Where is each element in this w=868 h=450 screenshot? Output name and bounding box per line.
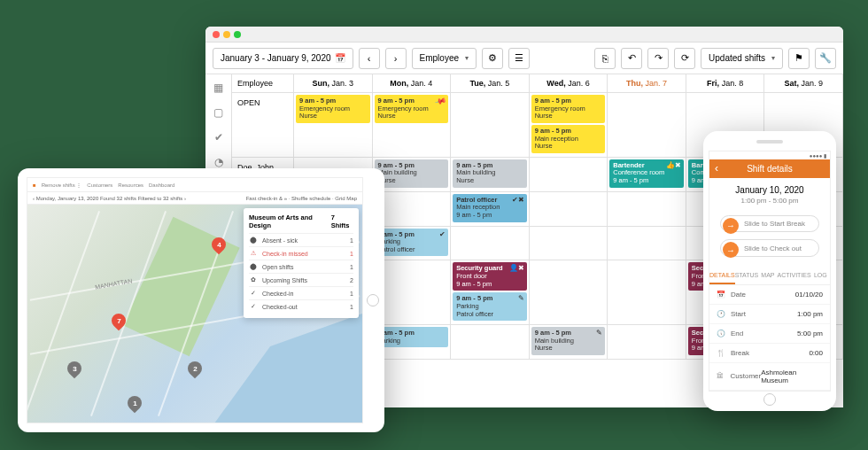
popup-row[interactable]: ⬤Absent - sick1 (249, 233, 353, 246)
col-sun: Sun, Jan. 3 (294, 74, 373, 92)
shift[interactable]: 👍✖BartenderConference room9 am - 5 pm (609, 159, 684, 188)
edit-icon: ✎ (518, 294, 524, 302)
col-tue: Tue, Jan. 5 (451, 74, 530, 92)
min-dot[interactable] (223, 31, 230, 38)
detail-row: 🏛CustomerAshmolean Museum (709, 363, 830, 391)
window-chrome (205, 27, 843, 43)
close-dot[interactable] (213, 31, 220, 38)
slide-start-break[interactable]: →Slide to Start Break (720, 215, 819, 233)
shift[interactable]: 9 am - 5 pmMain buildingNurse (375, 159, 449, 188)
col-sat: Sat, Jan. 9 (764, 74, 843, 92)
date-range-picker[interactable]: January 3 - January 9, 2020📅 (213, 48, 353, 69)
phone-tabs: DETAILSSTATUSMAPACTIVITIESLOG (709, 268, 830, 285)
prev-week-button[interactable]: ‹ (359, 48, 380, 69)
tablet-device: ■ Remove shifts ⋮ Customers Resources Da… (18, 168, 384, 432)
check-icon: ✔ (439, 230, 446, 238)
map-pin[interactable]: 1 (125, 393, 145, 414)
filter-select[interactable]: Updated shifts (701, 48, 783, 69)
col-thu: Thu, Jan. 7 (608, 74, 686, 92)
map-pin[interactable]: 7 (108, 311, 128, 331)
copy-icon[interactable]: ⎘ (594, 48, 616, 69)
shift[interactable]: 9 am - 5 pmParking (375, 327, 449, 347)
wrench-icon[interactable]: 🔧 (815, 48, 836, 69)
shift[interactable]: 9 am - 5 pmMain receptionNurse (531, 125, 606, 153)
tablet-subbar: ‹ Monday, January 13, 2020 Found 32 shif… (27, 192, 362, 205)
col-employee: Employee (232, 74, 294, 92)
shift-date: January 10, 2020 (709, 178, 830, 197)
view-by-select[interactable]: Employee (412, 48, 477, 69)
gear-icon[interactable]: ⚙ (482, 48, 503, 69)
col-wed: Wed, Jan. 6 (530, 74, 608, 92)
tab-activities[interactable]: ACTIVITIES (778, 268, 811, 284)
tab-status[interactable]: STATUS (735, 268, 759, 284)
col-mon: Mon, Jan. 4 (373, 74, 452, 92)
redo-icon[interactable]: ↷ (647, 48, 669, 69)
tab-log[interactable]: LOG (811, 268, 830, 284)
shift[interactable]: 9 am - 5 pmEmergency roomNurse (531, 95, 606, 123)
shift[interactable]: ✎9 am - 5 pmParkingPatrol officer (453, 292, 527, 321)
popup-row[interactable]: ⬤Open shifts1 (249, 260, 353, 273)
shift[interactable]: 👤✖Security guardFront door9 am - 5 pm (453, 262, 527, 291)
max-dot[interactable] (234, 31, 241, 38)
list-icon[interactable]: ☰ (508, 48, 530, 69)
shift[interactable]: ✔✖Patrol officerMain reception9 am - 5 p… (453, 194, 527, 222)
map-pin[interactable]: 2 (185, 359, 205, 379)
col-fri: Fri, Jan. 8 (686, 74, 765, 92)
slide-check-out[interactable]: →Slide to Check out (720, 239, 819, 257)
shift[interactable]: 9 am - 5 pmMain buildingNurse (453, 159, 527, 188)
home-button[interactable] (367, 294, 379, 306)
detail-row: 🕔End5:00 pm (709, 324, 830, 344)
shift[interactable]: ✔9 am - 5 pmParkingPatrol officer (375, 229, 449, 257)
approve-icon[interactable]: ✔ (214, 131, 223, 144)
popup-row[interactable]: ✿Upcoming Shifts2 (249, 273, 353, 286)
filter-icon[interactable]: ⚑ (788, 48, 810, 69)
tablet-topbar: ■ Remove shifts ⋮ Customers Resources Da… (27, 178, 362, 192)
arrow-icon: → (723, 242, 739, 258)
thumbs-icon: 👍✖ (666, 161, 681, 169)
status-bar: ●●●● ▮ (709, 151, 830, 159)
shift[interactable]: 📌9 am - 5 pmEmergency roomNurse (375, 95, 449, 123)
shift[interactable]: 9 am - 5 pmEmergency roomNurse (296, 95, 370, 123)
map-popup: Museum of Arts and Design7 Shifts ⬤Absen… (244, 208, 359, 318)
person-icon: 👤✖ (509, 264, 524, 272)
phone-header: ‹ Shift details (709, 159, 830, 178)
next-week-button[interactable]: › (385, 48, 407, 69)
calendar-view-icon[interactable]: ▢ (213, 106, 223, 119)
popup-row[interactable]: ✓Checked-in1 (249, 286, 353, 299)
detail-row: 🍴Break0:00 (709, 344, 830, 363)
sync-icon[interactable]: ⟳ (674, 48, 695, 69)
undo-icon[interactable]: ↶ (621, 48, 642, 69)
shift[interactable]: ✎9 am - 5 pmMain buildingNurse (531, 327, 606, 355)
map-pin[interactable]: 3 (65, 359, 85, 379)
toolbar: January 3 - January 9, 2020📅 ‹ › Employe… (205, 43, 843, 74)
edit-icon: ✎ (596, 329, 602, 337)
phone-device: ●●●● ▮ ‹ Shift details January 10, 2020 … (703, 131, 836, 411)
arrow-icon: → (723, 218, 739, 234)
chart-icon[interactable]: ◔ (214, 156, 223, 168)
shift-time: 1:00 pm - 5:00 pm (709, 197, 830, 205)
detail-row: 📅Date01/10/20 (709, 285, 830, 305)
check-icon: ✔✖ (512, 196, 524, 204)
map-view[interactable]: MANHATTAN 4 7 3 1 2 Museum of Arts and D… (27, 205, 362, 423)
tab-details[interactable]: DETAILS (709, 268, 735, 284)
popup-row[interactable]: ✓Checked-out1 (249, 299, 353, 313)
grid-view-icon[interactable]: ▦ (213, 81, 223, 94)
back-icon[interactable]: ‹ (715, 162, 718, 175)
home-button[interactable] (763, 393, 776, 406)
tab-map[interactable]: MAP (758, 268, 777, 284)
detail-row: 🕐Start1:00 pm (709, 305, 830, 324)
popup-row[interactable]: ⚠Check-in missed1 (249, 246, 353, 260)
calendar-icon: 📅 (335, 53, 345, 63)
